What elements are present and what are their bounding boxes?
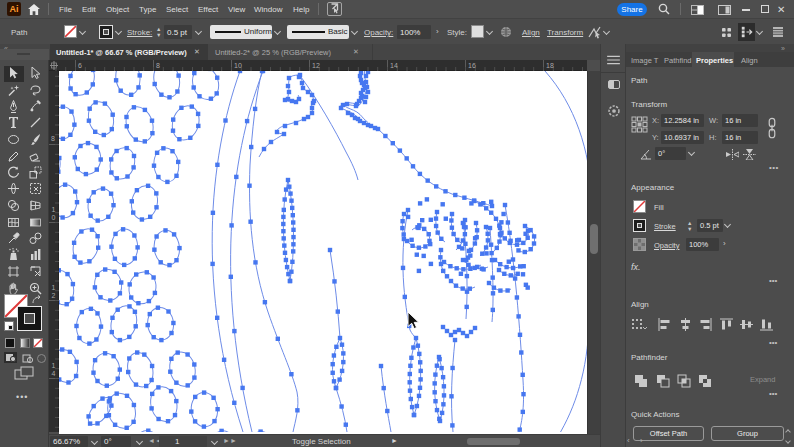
svg-text:14: 14 [390,62,398,69]
svg-text:10: 10 [234,62,242,69]
svg-text:18: 18 [546,62,554,69]
svg-text:1: 1 [52,206,56,213]
svg-text:4: 4 [52,370,56,377]
svg-text:2: 2 [52,292,56,299]
svg-text:12: 12 [312,62,320,69]
svg-text:8: 8 [51,135,55,142]
svg-text:1: 1 [52,362,56,369]
svg-text:6: 6 [78,62,82,69]
svg-text:16: 16 [468,62,476,69]
svg-text:1: 1 [52,284,56,291]
svg-text:0: 0 [52,214,56,221]
svg-text:8: 8 [156,62,160,69]
